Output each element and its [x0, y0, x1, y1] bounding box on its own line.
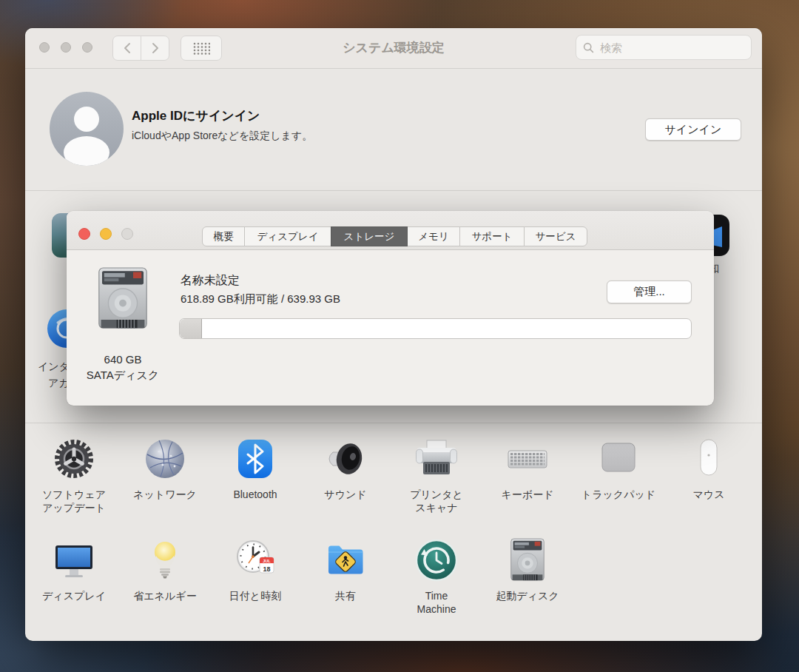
pref-displays[interactable]: ディスプレイ	[28, 538, 120, 602]
titlebar[interactable]: システム環境設定	[25, 28, 762, 69]
sound-speaker-icon	[323, 437, 368, 481]
section-divider	[25, 190, 762, 191]
tab-service[interactable]: サービス	[524, 226, 587, 246]
tab-overview[interactable]: 概要	[202, 226, 245, 246]
keyboard-icon	[505, 437, 550, 481]
startup-disk-icon	[505, 538, 550, 582]
pref-trackpad[interactable]: トラックパッド	[573, 437, 664, 501]
tab-memory[interactable]: メモリ	[407, 226, 460, 246]
pref-label: 起動ディスク	[482, 589, 573, 602]
bluetooth-icon	[233, 437, 277, 481]
pref-label: 省エネルギー	[119, 589, 211, 602]
svg-text:JUL: JUL	[263, 559, 271, 563]
about-tab-bar: 概要 ディスプレイ ストレージ メモリ サポート サービス	[202, 226, 587, 246]
chevron-right-icon	[151, 42, 160, 54]
tab-storage[interactable]: ストレージ	[331, 226, 408, 246]
pref-label: トラックパッド	[573, 488, 664, 501]
pref-mouse[interactable]: マウス	[663, 437, 755, 501]
volume-name: 名称未設定	[181, 273, 240, 289]
pref-label: マウス	[663, 488, 755, 501]
minimize-button[interactable]	[100, 228, 112, 240]
show-all-button[interactable]	[181, 36, 222, 61]
avatar-head-shape	[74, 107, 99, 132]
svg-text:18: 18	[263, 565, 270, 573]
search-field[interactable]	[576, 35, 752, 60]
pref-network[interactable]: ネットワーク	[119, 437, 211, 501]
pref-time-machine[interactable]: Time Machine	[391, 538, 482, 616]
search-icon	[583, 42, 594, 53]
pref-label: プリンタと スキャナ	[391, 488, 482, 514]
internet-accounts-label-fragment-1: インタ	[38, 360, 70, 374]
pref-sound[interactable]: サウンド	[300, 437, 391, 501]
apple-id-title: Apple IDにサインイン	[132, 107, 260, 124]
tab-support[interactable]: サポート	[459, 226, 525, 246]
pref-sharing[interactable]: 共有	[300, 538, 391, 602]
printer-icon	[414, 437, 459, 481]
sign-in-button[interactable]: サインイン	[645, 118, 741, 141]
storage-used-segment	[180, 319, 202, 338]
search-input[interactable]	[599, 41, 735, 55]
zoom-button[interactable]	[121, 228, 133, 240]
pref-label: ディスプレイ	[28, 589, 120, 602]
pref-startup-disk[interactable]: 起動ディスク	[482, 538, 573, 602]
pref-label: 日付と時刻	[209, 589, 301, 602]
minimize-button[interactable]	[61, 42, 71, 53]
pref-energy-saver[interactable]: 省エネルギー	[119, 538, 211, 602]
forward-button[interactable]	[141, 36, 169, 61]
pref-label: Time Machine	[391, 589, 482, 616]
zoom-button[interactable]	[82, 42, 92, 53]
pref-bluetooth[interactable]: Bluetooth	[209, 437, 301, 501]
pref-label: ソフトウェア アップデート	[28, 488, 120, 514]
software-update-gear-icon	[52, 437, 96, 481]
disk-type-label: SATAディスク	[78, 369, 167, 383]
display-icon	[52, 538, 96, 582]
about-this-mac-window: 概要 ディスプレイ ストレージ メモリ サポート サービス	[67, 211, 714, 406]
tab-displays[interactable]: ディスプレイ	[244, 226, 331, 246]
back-button[interactable]	[112, 36, 141, 61]
capacity-text: 618.89 GB利用可能 / 639.93 GB	[181, 292, 340, 306]
network-globe-icon	[143, 437, 187, 481]
disk-size-label: 640 GB	[78, 353, 167, 366]
about-titlebar[interactable]: 概要 ディスプレイ ストレージ メモリ サポート サービス	[67, 211, 714, 250]
storage-usage-bar	[179, 318, 692, 339]
close-button[interactable]	[39, 42, 50, 53]
pref-keyboard[interactable]: キーボード	[482, 437, 573, 501]
hard-disk-icon	[92, 266, 154, 332]
pref-label: Bluetooth	[209, 488, 301, 501]
pref-label: キーボード	[482, 488, 573, 501]
apple-id-subtitle: iCloudやApp Storeなどを設定します。	[132, 130, 312, 143]
section-divider	[25, 423, 762, 423]
pref-label: ネットワーク	[119, 488, 211, 501]
date-time-clock-icon: JUL 18	[233, 538, 277, 582]
mouse-icon	[687, 437, 731, 481]
desktop: システム環境設定 Apple IDにサインイン iCloudやApp Store…	[0, 0, 799, 672]
manage-button[interactable]: 管理...	[607, 280, 692, 303]
time-machine-icon	[414, 538, 459, 582]
chevron-left-icon	[123, 42, 132, 54]
pref-software-update[interactable]: ソフトウェア アップデート	[28, 437, 120, 514]
avatar[interactable]	[50, 92, 124, 166]
grid-view-icon	[192, 41, 210, 55]
trackpad-icon	[596, 437, 641, 481]
avatar-body-shape	[64, 136, 109, 166]
pref-label: サウンド	[300, 488, 391, 501]
energy-saver-bulb-icon	[143, 538, 187, 582]
sharing-folder-icon	[323, 538, 368, 582]
pref-printers-scanners[interactable]: プリンタと スキャナ	[391, 437, 482, 514]
close-button[interactable]	[78, 228, 90, 240]
pref-label: 共有	[300, 589, 391, 602]
pref-date-time[interactable]: JUL 18 日付と時刻	[209, 538, 301, 602]
